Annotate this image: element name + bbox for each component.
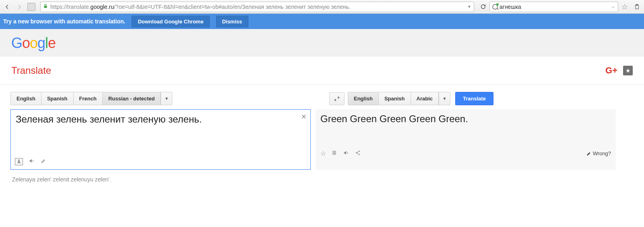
source-tab-french[interactable]: French (74, 92, 103, 105)
page-title: Translate (11, 65, 51, 76)
target-tab-spanish[interactable]: Spanish (379, 92, 411, 105)
dismiss-button[interactable]: Dismiss (216, 16, 248, 27)
target-tools: ☆ Wrong? (320, 150, 611, 157)
target-tab-arabic[interactable]: Arabic (411, 92, 439, 105)
reload-button[interactable] (477, 2, 489, 12)
target-controls: English Spanish Arabic ▼ Translate (329, 92, 634, 105)
svg-line-11 (357, 153, 359, 154)
bookmark-star-icon[interactable]: ☆ (619, 2, 630, 12)
keyboard-icon[interactable]: Ä (15, 158, 23, 165)
source-tab-spanish[interactable]: Spanish (41, 92, 74, 105)
controls-row: English Spanish French Russian - detecte… (0, 85, 644, 109)
target-more-langs[interactable]: ▼ (439, 92, 450, 105)
url-bar[interactable]: https://translate.google.ru/?oe=utf-8&ie… (40, 2, 474, 12)
site-identity-icon[interactable] (27, 3, 35, 11)
transliteration: Zelenaya zelen' zelenit zelenuyu zelen'. (0, 170, 644, 183)
header-row: Translate G+ ★ (0, 56, 644, 85)
source-lang-tabs: English Spanish French Russian - detecte… (10, 92, 172, 105)
back-button[interactable] (2, 2, 13, 12)
search-value: агнешка (500, 4, 521, 10)
source-textarea[interactable] (11, 110, 310, 154)
url-text: https://translate.google.ru/?oe=utf-8&ie… (50, 4, 351, 10)
source-tab-english[interactable]: English (11, 92, 41, 105)
download-chrome-button[interactable]: Download Google Chrome (132, 16, 209, 27)
url-dropdown-icon[interactable]: ▼ (467, 4, 471, 9)
target-panel: Green Green Green Green Green. ☆ Wrong? (316, 109, 616, 170)
svg-rect-0 (44, 6, 47, 8)
svg-rect-2 (636, 4, 638, 5)
browser-search-box[interactable]: агнешка → (489, 2, 618, 12)
translate-button[interactable]: Translate (455, 92, 493, 105)
gplus-icon[interactable]: G+ (605, 65, 617, 76)
copy-icon[interactable] (332, 150, 337, 157)
target-tab-english[interactable]: English (348, 92, 379, 105)
swap-languages-button[interactable] (329, 92, 345, 105)
wrong-label: Wrong? (593, 150, 611, 156)
browser-toolbar: https://translate.google.ru/?oe=utf-8&ie… (0, 0, 644, 14)
phrasebook-icon[interactable]: ★ (623, 66, 633, 75)
forward-button[interactable] (14, 2, 25, 12)
search-engine-icon (492, 4, 498, 10)
promo-bar: Try a new browser with automatic transla… (0, 14, 644, 29)
google-logo[interactable]: Google (11, 35, 56, 51)
target-text: Green Green Green Green Green. (320, 113, 611, 150)
edit-icon[interactable] (41, 158, 46, 165)
logo-area: Google (0, 29, 644, 56)
panels: ✕ Ä Green Green Green Green Green. ☆ (0, 109, 644, 170)
target-lang-tabs: English Spanish Arabic ▼ (348, 92, 450, 105)
source-more-langs[interactable]: ▼ (161, 92, 172, 105)
lock-icon (43, 3, 48, 10)
search-go-icon[interactable]: → (610, 4, 615, 10)
share-icon[interactable] (355, 150, 361, 157)
clear-source-button[interactable]: ✕ (301, 113, 306, 121)
save-translation-icon[interactable]: ☆ (320, 150, 326, 157)
clipboard-icon[interactable] (631, 2, 642, 12)
header-icons: G+ ★ (605, 65, 633, 76)
svg-line-10 (357, 151, 359, 152)
source-panel: ✕ Ä (10, 109, 311, 170)
listen-target-icon[interactable] (343, 150, 349, 157)
wrong-link[interactable]: Wrong? (586, 150, 611, 156)
promo-text: Try a new browser with automatic transla… (3, 18, 125, 25)
source-tab-russian-detected[interactable]: Russian - detected (103, 92, 161, 105)
source-tools: Ä (11, 156, 310, 169)
listen-source-icon[interactable] (29, 158, 35, 165)
